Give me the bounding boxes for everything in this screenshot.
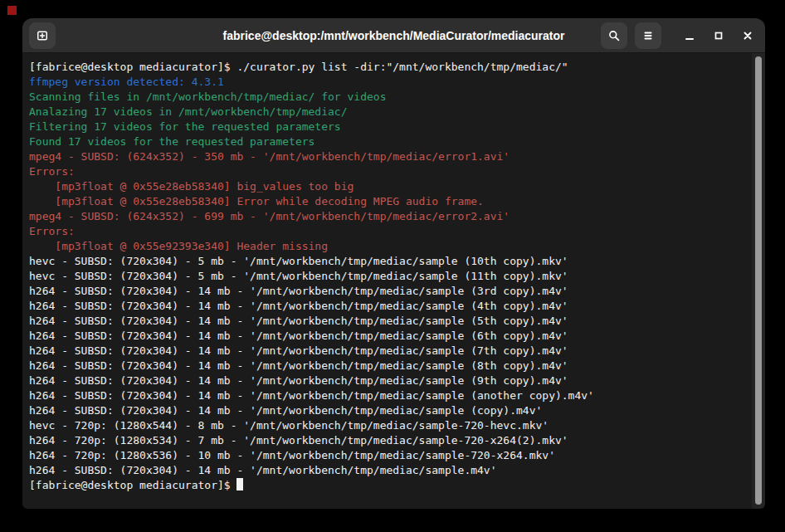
terminal-screen[interactable]: [fabrice@desktop mediacurator]$ ./curato… xyxy=(22,53,765,509)
terminal-line: h264 - SUBSD: (720x304) - 14 mb - '/mnt/… xyxy=(29,373,748,388)
close-button[interactable] xyxy=(737,25,758,46)
terminal-line: h264 - SUBSD: (720x304) - 14 mb - '/mnt/… xyxy=(29,344,748,359)
terminal-line: [mp3float @ 0x55e28eb58340] Error while … xyxy=(29,194,748,209)
maximize-icon xyxy=(712,29,725,42)
close-icon xyxy=(741,29,754,42)
terminal-line: h264 - SUBSD: (720x304) - 14 mb - '/mnt/… xyxy=(29,299,748,314)
minimize-icon xyxy=(683,29,696,42)
terminal-cursor xyxy=(236,478,243,491)
terminal-line: h264 - SUBSD: (720x304) - 14 mb - '/mnt/… xyxy=(29,359,748,373)
scrollbar-track xyxy=(752,53,765,509)
terminal-line: ffmpeg version detected: 4.3.1 xyxy=(29,75,748,90)
terminal-line: h264 - SUBSD: (720x304) - 14 mb - '/mnt/… xyxy=(29,329,748,344)
terminal-line: h264 - SUBSD: (720x304) - 14 mb - '/mnt/… xyxy=(29,284,748,299)
terminal-line: Errors: xyxy=(29,224,748,239)
terminal-line: h264 - SUBSD: (720x304) - 14 mb - '/mnt/… xyxy=(29,463,748,478)
scrollbar-thumb[interactable] xyxy=(755,56,762,505)
terminal-line: [fabrice@desktop mediacurator]$ xyxy=(29,478,748,493)
terminal-line: hevc - SUBSD: (720x304) - 5 mb - '/mnt/w… xyxy=(29,254,748,269)
new-tab-button[interactable] xyxy=(29,22,56,49)
terminal-line: Analazing 17 videos in /mnt/workbench/tm… xyxy=(29,105,748,120)
terminal-line: Found 17 videos for the requested parame… xyxy=(29,134,748,149)
titlebar[interactable]: fabrice@desktop:/mnt/workbench/MediaCura… xyxy=(22,18,765,53)
terminal-line: [fabrice@desktop mediacurator]$ ./curato… xyxy=(29,60,748,75)
terminal-line: [mp3float @ 0x55e28eb58340] big_values t… xyxy=(29,179,748,194)
terminal-line: hevc - SUBSD: (720x304) - 5 mb - '/mnt/w… xyxy=(29,269,748,284)
search-icon xyxy=(607,29,621,42)
terminal-line: mpeg4 - SUBSD: (624x352) - 350 mb - '/mn… xyxy=(29,149,748,164)
maximize-button[interactable] xyxy=(708,25,729,46)
terminal-line: h264 - SUBSD: (720x304) - 14 mb - '/mnt/… xyxy=(29,388,748,403)
terminal-line: Scanning files in /mnt/workbench/tmp/med… xyxy=(29,90,748,105)
terminal-line: h264 - SUBSD: (720x304) - 14 mb - '/mnt/… xyxy=(29,314,748,329)
menu-icon xyxy=(641,29,655,42)
terminal-line: hevc - 720p: (1280x544) - 8 mb - '/mnt/w… xyxy=(29,418,748,433)
recording-indicator xyxy=(7,6,17,15)
menu-button[interactable] xyxy=(635,22,661,49)
terminal-line: h264 - 720p: (1280x536) - 10 mb - '/mnt/… xyxy=(29,448,748,463)
terminal-line: Filtering 17 videos for the requested pa… xyxy=(29,120,748,134)
terminal-line: h264 - SUBSD: (720x304) - 14 mb - '/mnt/… xyxy=(29,403,748,418)
terminal-line: h264 - 720p: (1280x534) - 7 mb - '/mnt/w… xyxy=(29,433,748,448)
minimize-button[interactable] xyxy=(679,25,700,46)
new-tab-icon xyxy=(36,29,49,42)
terminal-line: Errors: xyxy=(29,164,748,179)
terminal-line: [mp3float @ 0x55e92393e340] Header missi… xyxy=(29,239,748,254)
terminal-window: fabrice@desktop:/mnt/workbench/MediaCura… xyxy=(22,18,765,509)
terminal-line: mpeg4 - SUBSD: (624x352) - 699 mb - '/mn… xyxy=(29,209,748,224)
search-button[interactable] xyxy=(601,22,627,49)
